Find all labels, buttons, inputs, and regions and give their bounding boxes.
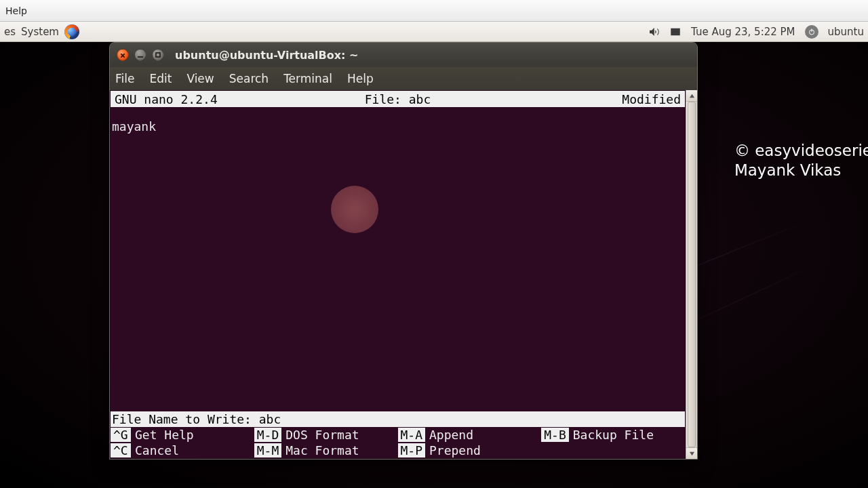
panel-system-menu[interactable]: System: [21, 26, 59, 38]
mail-icon[interactable]: [669, 26, 682, 38]
shortcut-key: M-B: [541, 428, 569, 442]
shortcut-key: ^G: [111, 428, 131, 442]
shortcut-label: Append: [429, 428, 473, 442]
shortcut-append[interactable]: M-A Append: [398, 427, 542, 443]
panel-datetime[interactable]: Tue Aug 23, 5:22 PM: [691, 26, 795, 38]
host-menubar: Help: [0, 0, 868, 22]
volume-icon[interactable]: [648, 26, 660, 38]
shortcut-get-help[interactable]: ^G Get Help: [111, 427, 254, 443]
cursor-highlight-icon: [331, 186, 378, 233]
scroll-down-button[interactable]: [686, 447, 697, 459]
nano-prompt[interactable]: File Name to Write: abc: [111, 411, 685, 427]
menu-file[interactable]: File: [115, 72, 134, 85]
shortcut-key: ^C: [111, 443, 131, 458]
shortcut-prepend[interactable]: M-P Prepend: [398, 443, 542, 458]
shortcut-label: Backup File: [573, 428, 654, 442]
terminal-scrollbar[interactable]: [686, 90, 697, 459]
minimize-button[interactable]: [134, 49, 146, 61]
firefox-icon[interactable]: [64, 24, 79, 39]
window-titlebar[interactable]: ubuntu@ubuntu-VirtualBox: ~: [110, 43, 697, 67]
terminal-body: GNU nano 2.2.4 File: abc Modified mayank…: [110, 90, 697, 459]
shortcut-key: M-M: [254, 443, 282, 458]
watermark-line2: Mayank Vikas: [734, 161, 868, 180]
menu-edit[interactable]: Edit: [149, 72, 172, 85]
close-button[interactable]: [117, 49, 129, 61]
host-help-menu[interactable]: Help: [5, 5, 27, 16]
shortcut-label: DOS Format: [285, 428, 359, 442]
nano-header: GNU nano 2.2.4 File: abc Modified: [111, 91, 685, 107]
menu-view[interactable]: View: [186, 72, 214, 85]
terminal-menubar: File Edit View Search Terminal Help: [110, 67, 697, 90]
shortcut-label: Mac Format: [285, 443, 359, 458]
shortcut-key: M-A: [398, 428, 426, 442]
scroll-up-button[interactable]: [686, 90, 697, 102]
shortcut-mac-format[interactable]: M-M Mac Format: [254, 443, 398, 458]
nano-shortcuts: ^G Get Help M-D DOS Format M-A Append: [111, 427, 685, 458]
panel-right-group: Tue Aug 23, 5:22 PM ubuntu: [648, 25, 864, 39]
nano-editor-content[interactable]: mayank: [111, 107, 685, 411]
desktop-background: © easyvideoserie Mayank Vikas ubuntu@ubu…: [0, 42, 868, 488]
scroll-thumb[interactable]: [688, 102, 696, 447]
nano-file-label: File: abc: [111, 92, 685, 106]
watermark-line1: © easyvideoserie: [734, 141, 868, 161]
terminal-viewport[interactable]: GNU nano 2.2.4 File: abc Modified mayank…: [110, 90, 686, 459]
shortcut-backup-file[interactable]: M-B Backup File: [541, 427, 685, 443]
gnome-top-panel: es System Tue Aug 23, 5:22 PM ubuntu: [0, 22, 868, 42]
shortcut-key: M-D: [254, 428, 282, 442]
session-icon[interactable]: [805, 25, 818, 39]
window-title: ubuntu@ubuntu-VirtualBox: ~: [175, 49, 358, 62]
menu-terminal[interactable]: Terminal: [283, 72, 332, 85]
maximize-button[interactable]: [152, 49, 164, 61]
shortcut-label: Cancel: [135, 443, 179, 458]
shortcut-label: Get Help: [135, 428, 194, 442]
panel-item-truncated[interactable]: es: [4, 26, 16, 38]
shortcut-empty: [541, 443, 685, 458]
nano-footer: File Name to Write: abc ^G Get Help M-D …: [111, 411, 685, 458]
menu-search[interactable]: Search: [229, 72, 269, 85]
shortcut-cancel[interactable]: ^C Cancel: [111, 443, 254, 458]
menu-help[interactable]: Help: [347, 72, 374, 85]
shortcut-label: Prepend: [429, 443, 481, 458]
panel-left-group: es System: [4, 24, 79, 39]
shortcut-dos-format[interactable]: M-D DOS Format: [254, 427, 398, 443]
terminal-window: ubuntu@ubuntu-VirtualBox: ~ File Edit Vi…: [109, 42, 698, 460]
watermark-text: © easyvideoserie Mayank Vikas: [734, 141, 868, 180]
shortcut-key: M-P: [398, 443, 426, 458]
panel-username[interactable]: ubuntu: [828, 26, 864, 38]
scroll-track[interactable]: [686, 102, 697, 447]
